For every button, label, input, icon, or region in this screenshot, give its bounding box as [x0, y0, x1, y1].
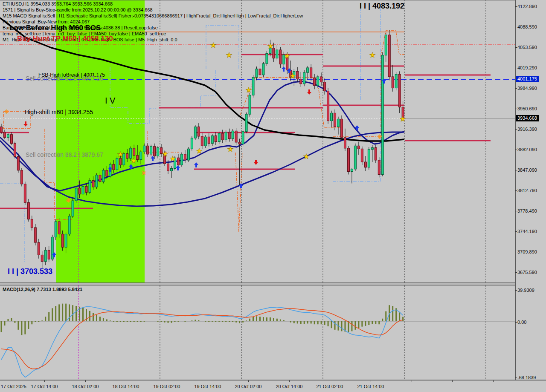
- macd-hist-bar: [168, 321, 169, 323]
- time-tick: [44, 380, 45, 382]
- annotation-low-before-high[interactable]: Low Before High M60 BOS: [9, 24, 101, 32]
- candle-bull: [171, 168, 173, 171]
- time-label[interactable]: 19 Oct 02:00: [154, 384, 180, 389]
- time-label[interactable]: 21 Oct 02:00: [317, 384, 343, 389]
- price-tick-label: 4053.590: [517, 45, 537, 50]
- time-tick: [126, 380, 126, 382]
- macd-hist-bar: [358, 321, 359, 328]
- macd-hist-bar: [164, 321, 166, 323]
- macd-hist-bar: [270, 317, 271, 321]
- annotation-high-shift[interactable]: High-shift m60 | 3934.255: [25, 109, 93, 115]
- macd-hist-bar: [195, 320, 196, 321]
- candle-bull: [337, 119, 340, 127]
- macd-hist-bar: [151, 321, 152, 321]
- time-label[interactable]: 19 Oct 14:00: [195, 384, 221, 389]
- macd-hist-bar: [263, 317, 264, 321]
- price-tick-label: 3984.990: [517, 86, 537, 91]
- candle-bull: [187, 149, 189, 160]
- macd-hist-bar: [249, 319, 250, 321]
- candle-bear: [61, 234, 64, 247]
- time-label[interactable]: 18 Oct 14:00: [113, 384, 139, 389]
- macd-hist-bar: [317, 321, 319, 324]
- candle-bull: [242, 132, 244, 144]
- macd-hist-bar: [65, 304, 67, 321]
- star-marker: ★: [162, 150, 168, 158]
- macd-hist-bar: [283, 320, 285, 321]
- macd-hist-bar: [89, 311, 90, 321]
- star-marker: ★: [289, 72, 296, 80]
- time-label[interactable]: 18 Oct 02:00: [72, 384, 99, 389]
- candle-bear: [392, 77, 394, 88]
- annotation-buy-hunt[interactable]: Buy Hunt TP M60 | 4058.130: [17, 35, 113, 43]
- time-label[interactable]: 20 Oct 02:00: [235, 384, 262, 389]
- annotation-ll-left[interactable]: I I | 3703.533: [8, 268, 52, 276]
- macd-hist-bar: [38, 321, 39, 322]
- macd-hist-bar: [191, 320, 192, 321]
- candle-bull: [218, 133, 220, 142]
- price-tick: [515, 322, 517, 323]
- macd-indicator-label: MACD(12,26,9) 7.7313 1.8893 5.8421: [3, 287, 82, 292]
- macd-hist-bar: [293, 321, 295, 323]
- candle-bear: [357, 146, 360, 149]
- macd-hist-bar: [130, 321, 131, 322]
- time-tick: [167, 380, 167, 382]
- macd-hist-bar: [266, 317, 267, 321]
- candle-bull: [303, 72, 305, 84]
- price-tick-label: 3847.090: [517, 167, 537, 173]
- candle-bear: [208, 137, 210, 143]
- candle-bear: [41, 255, 43, 261]
- annotation-sell-corr-382[interactable]: Sell correction 38.2 | 3879.67: [26, 152, 103, 158]
- macd-hist-bar: [35, 321, 36, 322]
- candle-bull: [150, 147, 152, 154]
- macd-hist-bar: [402, 317, 404, 321]
- macd-hist-bar: [300, 321, 302, 324]
- candle-bear: [378, 160, 380, 175]
- macd-hist-bar: [259, 317, 261, 321]
- candle-bear: [310, 68, 312, 78]
- time-label[interactable]: 21 Oct 14:00: [357, 384, 384, 389]
- price-tick-label: 3744.190: [517, 229, 537, 234]
- orange-asterisk-marker: ✳: [4, 108, 9, 115]
- macd-hist-bar: [62, 304, 63, 321]
- candle-bull: [140, 152, 142, 159]
- candle-bull: [55, 222, 57, 237]
- candle-bear: [398, 74, 401, 107]
- price-tick: [515, 88, 517, 89]
- macd-hist-bar: [321, 321, 322, 324]
- time-tick: [289, 380, 290, 382]
- price-tick: [515, 150, 517, 150]
- price-tick: [515, 109, 517, 109]
- stoch-channel-line: [188, 69, 215, 107]
- main-macd-separator[interactable]: [0, 282, 515, 283]
- macd-hist-bar: [351, 321, 352, 331]
- candle-bear: [154, 147, 156, 156]
- macd-panel-canvas[interactable]: [0, 285, 515, 380]
- macd-hist-bar: [82, 308, 84, 321]
- candle-bull: [266, 53, 268, 63]
- macd-hist-bar: [229, 321, 230, 322]
- price-tick: [515, 170, 517, 170]
- time-label[interactable]: 17 Oct 14:00: [31, 384, 58, 389]
- sell-arrow-down: [307, 89, 311, 95]
- macd-hist-bar: [232, 321, 233, 322]
- macd-hist-bar: [222, 321, 223, 322]
- annotation-wave-iv[interactable]: I V: [105, 96, 115, 105]
- macd-hist-bar: [392, 306, 393, 321]
- macd-hist-bar: [120, 321, 121, 322]
- candle-bull: [368, 150, 370, 167]
- price-tick: [515, 27, 517, 27]
- top-border: [0, 0, 515, 0]
- star-marker: ★: [130, 157, 136, 165]
- time-label[interactable]: 20 Oct 14:00: [276, 384, 303, 389]
- candle-bull: [232, 131, 234, 138]
- macd-hist-bar: [365, 321, 366, 326]
- macd-hist-bar: [58, 304, 60, 321]
- candle-bear: [361, 149, 363, 162]
- macd-hist-bar: [239, 321, 240, 323]
- time-label[interactable]: 17 Oct 2025: [1, 384, 26, 389]
- macd-hist-bar: [177, 321, 179, 322]
- annotation-sell-corr-618[interactable]: Sell correction 61.8 | 4007.26: [26, 75, 103, 82]
- annotation-hh-right[interactable]: I I | 4083.192: [360, 2, 404, 10]
- macd-hist-bar: [137, 321, 138, 322]
- star-marker: ★: [226, 51, 232, 59]
